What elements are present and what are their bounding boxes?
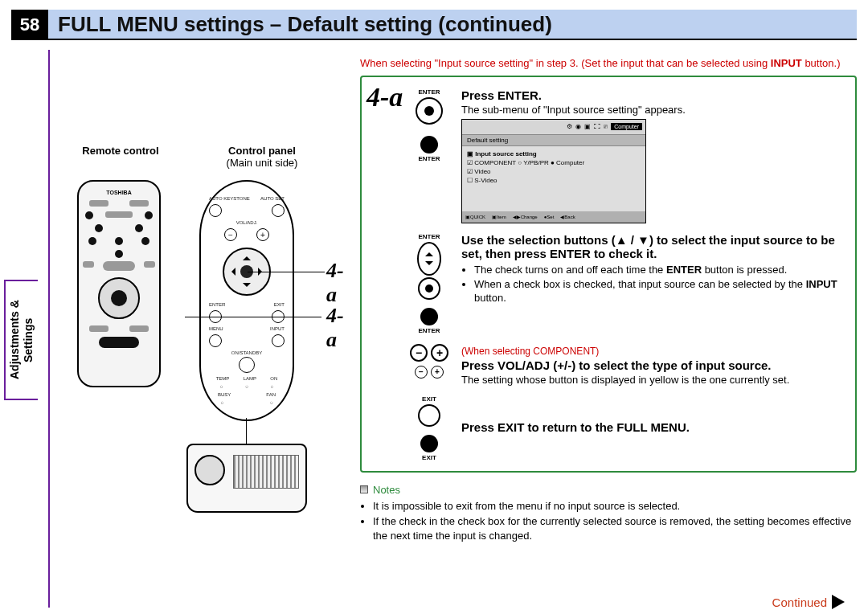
control-panel-diagram: AUTO KEYSTONEAUTO SET VOL/ADJ. −+ ENTERE…	[199, 180, 294, 421]
exit-button-icon	[418, 404, 440, 427]
substep-voladj: −+ −+ (When selecting COMPONENT) Press V…	[405, 344, 847, 386]
leader-line	[185, 317, 321, 317]
bullet: When a check box is checked, that input …	[474, 278, 847, 305]
minus-button-icon: −	[410, 344, 428, 362]
remote-control-diagram: TOSHIBA	[77, 180, 161, 387]
device-illustration: Remote control Control panel (Main unit …	[64, 145, 354, 174]
note-item: If the check in the check box for the cu…	[373, 514, 857, 542]
exit-button-icon	[420, 435, 438, 452]
substep-heading: Press EXIT to return to the FULL MENU.	[461, 420, 690, 434]
condition-note: (When selecting COMPONENT)	[461, 346, 847, 357]
enter-label: ENTER	[418, 88, 440, 96]
projector-icon	[186, 444, 307, 513]
control-panel-label: Control panel	[206, 145, 318, 157]
leader-line	[248, 272, 325, 272]
sidebar-tab-adjustments: Adjustments & Settings	[4, 280, 38, 400]
substep-heading: Use the selection buttons (▲ / ▼) to sel…	[461, 233, 847, 260]
remote-nav-pad-icon	[98, 277, 140, 319]
arrow-right-icon	[832, 595, 852, 609]
substep-heading: Press VOL/ADJ (+/-) to select the type o…	[461, 358, 847, 372]
enter-label: ENTER	[418, 327, 440, 334]
page-number: 58	[11, 10, 48, 40]
callout-4a: 4-a	[326, 304, 354, 352]
substep-exit: EXIT EXIT Press EXIT to return to the FU…	[405, 395, 847, 461]
substep-body: The setting whose button is displayed in…	[461, 374, 847, 386]
step-tag: 4-a	[366, 82, 403, 113]
enter-button-icon	[416, 97, 443, 125]
enter-label: ENTER	[418, 233, 440, 240]
substep-select-source: ENTER ENTER Use the selection buttons (▲…	[405, 233, 847, 334]
plus-button-icon: +	[431, 344, 448, 362]
bullet: The check turns on and off each time the…	[474, 264, 847, 277]
note-item: It is impossible to exit from the menu i…	[373, 499, 857, 514]
plus-button-icon: +	[431, 366, 444, 379]
notes-title: Notes	[373, 484, 400, 496]
control-panel-sublabel: (Main unit side)	[206, 157, 318, 169]
updown-button-icon	[417, 242, 441, 276]
step-4a-box: 4-a ENTER ENTER Press ENTER. The sub-men…	[360, 76, 857, 473]
remote-brand: TOSHIBA	[79, 190, 159, 195]
note-icon	[360, 485, 368, 493]
instruction-column: When selecting "Input source setting" in…	[360, 53, 857, 544]
substep-heading: Press ENTER.	[461, 88, 847, 102]
exit-label: EXIT	[422, 454, 436, 461]
substep-press-enter: ENTER ENTER Press ENTER. The sub-menu of…	[405, 88, 847, 223]
callout-4a: 4-a	[326, 259, 354, 307]
enter-button-icon	[418, 277, 440, 300]
section-rule	[48, 50, 50, 608]
notes-section: Notes It is impossible to exit from the …	[360, 484, 857, 543]
remote-control-label: Remote control	[64, 145, 177, 157]
enter-label: ENTER	[418, 155, 440, 162]
continued-indicator: Continued	[772, 595, 852, 609]
substep-body: The sub-menu of "Input source setting" a…	[461, 104, 847, 116]
enter-button-icon	[420, 136, 438, 154]
context-note: When selecting "Input source setting" in…	[360, 56, 857, 71]
page-title: FULL MENU settings – Default setting (co…	[48, 10, 857, 40]
sidebar-tab-label: Adjustments & Settings	[8, 281, 35, 399]
exit-label: EXIT	[422, 395, 436, 403]
submenu-screenshot: ⚙◉▣⛶⎚Computer Default setting ▣ Input so…	[461, 119, 646, 223]
enter-button-icon	[420, 308, 438, 325]
minus-button-icon: −	[415, 366, 428, 379]
